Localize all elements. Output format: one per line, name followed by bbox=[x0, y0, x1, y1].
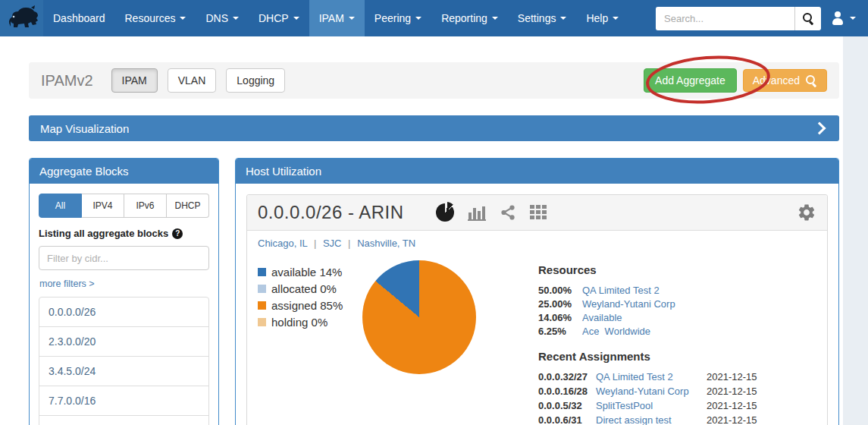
nav-item-reporting[interactable]: Reporting bbox=[431, 0, 508, 36]
more-filters-link[interactable]: more filters > bbox=[39, 279, 95, 289]
tab-ipv6[interactable]: IPv6 bbox=[124, 194, 167, 218]
legend-swatch bbox=[258, 301, 266, 310]
table-row: 25.00%Weyland-Yutani Corp bbox=[538, 298, 816, 310]
resource-pct: 14.06% bbox=[538, 312, 582, 323]
resources-heading: Resources bbox=[538, 263, 816, 276]
legend-swatch bbox=[258, 318, 266, 326]
nav-item-label: DHCP bbox=[259, 12, 289, 24]
nav-item-label: Resources bbox=[125, 12, 176, 24]
recent-assignments-heading: Recent Assignments bbox=[538, 350, 816, 363]
search-input[interactable] bbox=[656, 7, 794, 30]
global-search bbox=[656, 7, 821, 30]
nav-item-dashboard[interactable]: Dashboard bbox=[43, 0, 115, 36]
chevron-down-icon bbox=[492, 17, 498, 20]
nav-item-label: IPAM bbox=[319, 12, 344, 24]
location-links: Chicago, IL | SJC | Nashville, TN bbox=[247, 231, 827, 250]
grid-view-icon[interactable] bbox=[530, 205, 547, 220]
list-item[interactable] bbox=[39, 415, 208, 425]
list-item[interactable]: 3.4.5.0/24 bbox=[39, 356, 208, 386]
table-row: 14.06%Available bbox=[538, 312, 816, 323]
location-separator: | bbox=[314, 238, 316, 249]
legend-item: available 14% bbox=[258, 266, 362, 279]
location-link[interactable]: SJC bbox=[323, 238, 342, 249]
assignment-cidr: 0.0.0.6/31 bbox=[538, 414, 596, 425]
nav-item-resources[interactable]: Resources bbox=[115, 0, 196, 36]
advanced-search-button[interactable]: Advanced bbox=[743, 69, 827, 92]
navbar-right bbox=[656, 0, 868, 36]
scrollbar-track[interactable] bbox=[843, 36, 868, 425]
nav-item-peering[interactable]: Peering bbox=[365, 0, 431, 36]
utilization-card: 0.0.0.0/26 - ARIN bbox=[246, 194, 828, 425]
assignment-cidr: 0.0.0.32/27 bbox=[538, 371, 596, 382]
resource-link[interactable]: Ace Worldwide bbox=[582, 326, 650, 337]
tab-ipv4[interactable]: IPV4 bbox=[82, 194, 124, 218]
tab-logging[interactable]: Logging bbox=[226, 68, 285, 93]
user-menu[interactable] bbox=[830, 11, 856, 26]
help-icon[interactable]: ? bbox=[172, 228, 183, 239]
main-content: Aggregate Blocks All IPV4 IPv6 DHCP List… bbox=[29, 158, 839, 425]
nav-item-ipam[interactable]: IPAM bbox=[309, 0, 365, 36]
table-row: 6.25%Ace Worldwide bbox=[538, 326, 816, 337]
list-item[interactable]: 7.7.0.0/16 bbox=[39, 386, 208, 415]
resource-link[interactable]: Available bbox=[582, 312, 622, 323]
utilization-info: Resources 50.00%QA Limited Test 2 25.00%… bbox=[538, 262, 816, 425]
nav-item-settings[interactable]: Settings bbox=[508, 0, 577, 36]
tab-vlan[interactable]: VLAN bbox=[168, 68, 217, 93]
assignment-date: 2021-12-15 bbox=[707, 371, 816, 382]
list-item[interactable]: 2.3.0.0/20 bbox=[39, 326, 208, 356]
legend-swatch bbox=[258, 285, 266, 293]
chevron-right-icon bbox=[813, 122, 826, 135]
assignment-link[interactable]: Direct assign test bbox=[596, 414, 707, 425]
cidr-filter-input[interactable] bbox=[39, 246, 209, 270]
legend-label: available 14% bbox=[271, 266, 342, 279]
tab-all[interactable]: All bbox=[39, 194, 82, 218]
legend-item: allocated 0% bbox=[258, 282, 362, 295]
assignment-date: 2021-12-15 bbox=[707, 400, 816, 411]
assignment-link[interactable]: SplitTestPool bbox=[596, 400, 707, 411]
legend-label: assigned 85% bbox=[271, 299, 343, 312]
tab-dhcp[interactable]: DHCP bbox=[167, 194, 209, 218]
table-row: 0.0.0.16/28Weyland-Yutani Corp2021-12-15 bbox=[538, 386, 816, 397]
legend-label: allocated 0% bbox=[271, 282, 337, 295]
assignment-cidr: 0.0.0.5/32 bbox=[538, 400, 596, 411]
page-title: IPAMv2 bbox=[41, 72, 93, 90]
advanced-button-label: Advanced bbox=[753, 74, 800, 87]
assignment-date: 2021-12-15 bbox=[707, 414, 816, 425]
nav-item-dhcp[interactable]: DHCP bbox=[249, 0, 309, 36]
bar-chart-icon[interactable] bbox=[468, 205, 486, 221]
resource-link[interactable]: QA Limited Test 2 bbox=[582, 285, 660, 296]
table-row: 50.00%QA Limited Test 2 bbox=[538, 285, 816, 296]
chevron-down-icon bbox=[233, 17, 239, 20]
gear-icon[interactable] bbox=[797, 203, 816, 222]
aggregate-blocks-header: Aggregate Blocks bbox=[30, 159, 218, 184]
host-utilization-body: 0.0.0.0/26 - ARIN bbox=[236, 184, 838, 425]
share-icon[interactable] bbox=[500, 204, 516, 221]
nav-menu: Dashboard Resources DNS DHCP IPAM Peerin… bbox=[43, 0, 628, 36]
chevron-down-icon bbox=[850, 17, 856, 20]
pie-chart-icon[interactable] bbox=[436, 203, 454, 222]
assignment-link[interactable]: QA Limited Test 2 bbox=[596, 371, 707, 382]
location-separator: | bbox=[348, 238, 350, 249]
resource-pct: 6.25% bbox=[538, 326, 582, 337]
nav-item-help[interactable]: Help bbox=[576, 0, 628, 36]
top-navbar: Dashboard Resources DNS DHCP IPAM Peerin… bbox=[0, 0, 868, 36]
aggregate-block-list: 0.0.0.0/26 2.3.0.0/20 3.4.5.0/24 7.7.0.0… bbox=[39, 297, 209, 425]
map-visualization-label: Map Visualization bbox=[40, 122, 129, 135]
resource-link[interactable]: Weyland-Yutani Corp bbox=[582, 298, 675, 310]
location-link[interactable]: Nashville, TN bbox=[357, 238, 415, 249]
assignment-cidr: 0.0.0.16/28 bbox=[538, 386, 596, 397]
assignment-link[interactable]: Weyland-Yutani Corp bbox=[596, 386, 707, 397]
add-aggregate-button[interactable]: Add Aggregate bbox=[644, 68, 737, 93]
map-visualization-bar[interactable]: Map Visualization bbox=[29, 115, 839, 141]
host-utilization-panel: Host Utilization 0.0.0.0/26 - ARIN bbox=[235, 158, 839, 425]
nav-item-label: DNS bbox=[205, 12, 228, 24]
nav-item-label: Reporting bbox=[441, 12, 487, 24]
list-item[interactable]: 0.0.0.0/26 bbox=[39, 298, 208, 326]
nav-item-label: Peering bbox=[374, 12, 411, 24]
tab-ipam[interactable]: IPAM bbox=[111, 68, 158, 93]
search-button[interactable] bbox=[794, 7, 821, 30]
utilization-titlebar: 0.0.0.0/26 - ARIN bbox=[247, 195, 827, 231]
nav-item-dns[interactable]: DNS bbox=[196, 0, 249, 36]
location-link[interactable]: Chicago, IL bbox=[258, 238, 307, 249]
app-logo[interactable] bbox=[0, 0, 43, 36]
